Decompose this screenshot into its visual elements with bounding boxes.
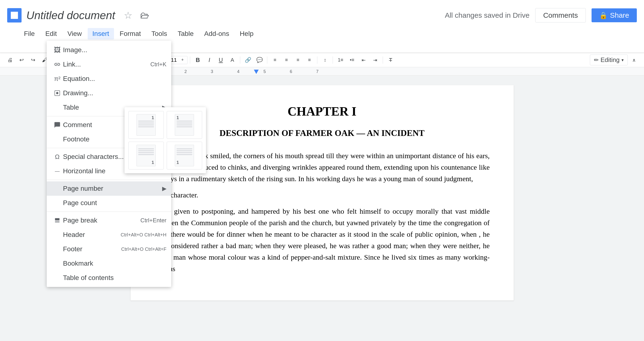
page-number-top-right[interactable]: 1 (128, 111, 164, 139)
menu-help[interactable]: Help (235, 28, 258, 39)
collapse-toolbar-button[interactable]: ∧ (629, 55, 639, 65)
page-preview-top-left: 1 (175, 114, 194, 136)
special-chars-icon: Ω (52, 153, 63, 161)
italic-button[interactable]: I (204, 55, 214, 65)
svg-rect-8 (16, 16, 18, 19)
google-docs-icon[interactable] (7, 8, 22, 22)
undo-button[interactable]: ↩ (16, 55, 27, 65)
menu-format[interactable]: Format (115, 28, 146, 39)
insert-page-count-item[interactable]: Page count (47, 196, 171, 210)
menu-view[interactable]: View (62, 28, 86, 39)
numbered-list-button[interactable]: 1≡ (335, 55, 346, 65)
separator-4 (47, 212, 171, 212)
lock-icon: 🔒 (599, 11, 608, 19)
page-break-icon (52, 217, 63, 224)
insert-toc-item[interactable]: Table of contents (47, 271, 171, 285)
insert-comment-button[interactable]: 💬 (254, 55, 265, 65)
align-center-button[interactable]: ≡ (281, 55, 292, 65)
page-number-tl-label: 1 (176, 115, 179, 120)
page-number-bottom-right[interactable]: 1 (128, 142, 164, 169)
font-size-increase-button[interactable]: + (179, 57, 186, 63)
comments-button[interactable]: Comments (535, 8, 586, 22)
comment-icon (52, 122, 63, 128)
footer-shortcut: Ctrl+Alt+O Ctrl+Alt+F (121, 247, 166, 252)
print-button[interactable]: 🖨 (5, 55, 15, 65)
text-color-button[interactable]: A (227, 55, 238, 65)
saved-status: All changes saved in Drive (445, 11, 530, 19)
clear-formatting-button[interactable]: T̶ (385, 55, 396, 65)
svg-rect-0 (11, 12, 13, 14)
horizontal-line-icon: — (52, 168, 63, 174)
page-number-bl-label: 1 (176, 160, 179, 165)
page-number-bottom-left[interactable]: 1 (167, 142, 202, 169)
page-break-label: Page break (63, 217, 140, 224)
header-shortcut: Ctrl+Alt+O Ctrl+Alt+H (121, 232, 166, 238)
svg-point-19 (56, 92, 58, 94)
menu-bar: File Edit View Insert Format Tools Table… (0, 26, 644, 41)
drawing-icon (52, 90, 63, 96)
align-justify-button[interactable]: ≡ (304, 55, 315, 65)
insert-equation-item[interactable]: π² Equation... (47, 71, 171, 86)
svg-rect-21 (55, 221, 60, 223)
bullet-list-button[interactable]: •≡ (347, 55, 357, 65)
separator-9 (383, 56, 383, 64)
insert-page-number-item[interactable]: Page number ▶ (47, 181, 171, 196)
link-shortcut: Ctrl+K (150, 61, 166, 68)
separator-7 (317, 56, 317, 64)
page-number-submenu: 1 1 1 1 (124, 107, 206, 173)
svg-rect-4 (13, 14, 16, 16)
link-icon (52, 61, 63, 68)
page-number-position-label: 1 (152, 115, 154, 120)
align-right-button[interactable]: ≡ (293, 55, 303, 65)
insert-header-item[interactable]: Header Ctrl+Alt+O Ctrl+Alt+H (47, 228, 171, 242)
increase-indent-button[interactable]: ⇥ (370, 55, 380, 65)
star-icon[interactable]: ☆ (124, 10, 132, 21)
page-break-shortcut: Ctrl+Enter (140, 217, 166, 224)
svg-text:3: 3 (211, 69, 213, 74)
insert-image-item[interactable]: 🖼 Image... (47, 43, 171, 57)
insert-drawing-item[interactable]: Drawing... (47, 86, 171, 100)
svg-text:5: 5 (264, 69, 266, 74)
insert-bookmark-item[interactable]: Bookmark (47, 256, 171, 271)
underline-button[interactable]: U (216, 55, 226, 65)
menu-edit[interactable]: Edit (40, 28, 62, 39)
menu-addons[interactable]: Add-ons (200, 28, 234, 39)
page-preview-top-right: 1 (136, 114, 156, 136)
bold-button[interactable]: B (192, 55, 203, 65)
pencil-icon: ✏ (594, 57, 599, 63)
page-number-top-left[interactable]: 1 (167, 111, 202, 139)
document-title[interactable]: Untitled document (26, 9, 115, 22)
link-label: Link... (63, 60, 150, 68)
align-left-button[interactable]: ≡ (270, 55, 280, 65)
menu-insert[interactable]: Insert (88, 28, 114, 39)
share-label: Share (610, 11, 629, 19)
insert-footer-item[interactable]: Footer Ctrl+Alt+O Ctrl+Alt+F (47, 242, 171, 256)
menu-file[interactable]: File (19, 28, 40, 39)
page-preview-bottom-left: 1 (175, 145, 194, 166)
menu-tools[interactable]: Tools (146, 28, 172, 39)
menu-table[interactable]: Table (173, 28, 198, 39)
svg-text:4: 4 (237, 69, 240, 74)
insert-page-break-item[interactable]: Page break Ctrl+Enter (47, 213, 171, 228)
svg-rect-6 (11, 16, 13, 19)
toc-label: Table of contents (63, 274, 166, 282)
svg-text:6: 6 (290, 69, 292, 74)
svg-rect-20 (55, 218, 60, 220)
header-label: Header (63, 231, 121, 239)
line-spacing-button[interactable]: ↕ (320, 55, 330, 65)
decrease-indent-button[interactable]: ⇤ (358, 55, 369, 65)
folder-icon[interactable]: 🗁 (140, 10, 149, 20)
paragraph-2: good character. (154, 189, 490, 201)
separator-5 (240, 56, 240, 64)
insert-link-button[interactable]: 🔗 (242, 55, 253, 65)
share-button[interactable]: 🔒 Share (592, 8, 637, 22)
separator-8 (333, 56, 333, 64)
insert-link-item[interactable]: Link... Ctrl+K (47, 57, 171, 71)
paragraph-3: rather given to postponing, and hampered… (154, 206, 490, 275)
redo-button[interactable]: ↪ (28, 55, 38, 65)
svg-rect-1 (13, 12, 16, 14)
editing-mode-button[interactable]: ✏ Editing ▾ (590, 54, 628, 65)
page-number-label: Page number (63, 185, 162, 192)
page-number-arrow-icon: ▶ (162, 185, 166, 192)
page-preview-bottom-right: 1 (136, 145, 156, 166)
